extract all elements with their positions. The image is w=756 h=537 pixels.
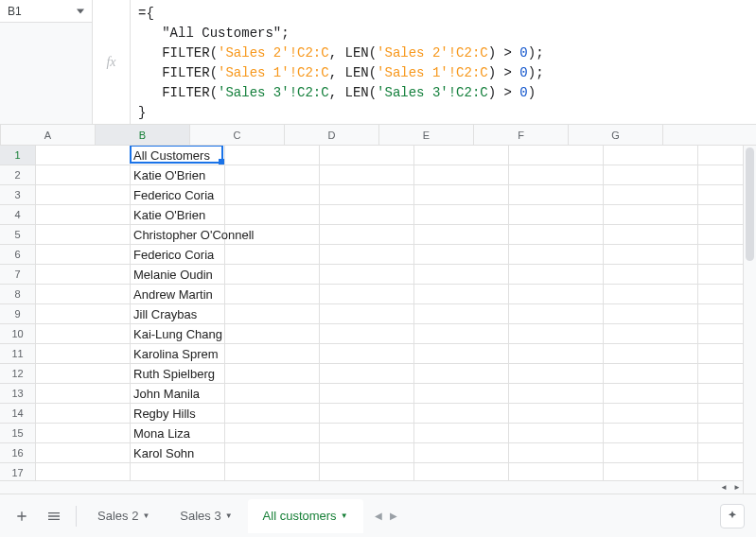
cell-E6[interactable] <box>414 245 509 264</box>
cell-F1[interactable] <box>509 146 604 165</box>
cell-D11[interactable] <box>320 344 414 363</box>
cell-G17[interactable] <box>604 463 698 480</box>
cell-E12[interactable] <box>414 364 509 383</box>
cell-C6[interactable] <box>225 245 320 264</box>
cell-A15[interactable] <box>36 424 131 442</box>
cell-B16[interactable]: Karol Sohn <box>131 443 225 462</box>
cell-C12[interactable] <box>225 364 320 383</box>
cell-B11[interactable]: Karolina Sprem <box>131 344 225 363</box>
cell-G10[interactable] <box>604 324 698 343</box>
row-header-2[interactable]: 2 <box>0 165 36 184</box>
row-header-11[interactable]: 11 <box>0 344 36 363</box>
col-header-A[interactable]: A <box>1 125 96 145</box>
col-header-F[interactable]: F <box>474 125 569 145</box>
cell-A8[interactable] <box>36 285 131 303</box>
cell-C4[interactable] <box>225 205 320 224</box>
row-header-17[interactable]: 17 <box>0 463 36 480</box>
scroll-left-icon[interactable]: ◄ <box>718 482 730 494</box>
cell-F3[interactable] <box>509 185 604 204</box>
cell-G13[interactable] <box>604 384 698 403</box>
cell-A6[interactable] <box>36 245 131 264</box>
row-header-8[interactable]: 8 <box>0 285 36 303</box>
cell-A14[interactable] <box>36 404 131 423</box>
cell-F2[interactable] <box>509 165 604 184</box>
cell-D10[interactable] <box>320 324 414 343</box>
cell-F7[interactable] <box>509 265 604 284</box>
cell-B1[interactable]: All Customers <box>131 146 225 165</box>
chevron-down-icon[interactable]: ▼ <box>142 511 149 520</box>
cell-E2[interactable] <box>414 165 509 184</box>
cell-B8[interactable]: Andrew Martin <box>131 285 225 303</box>
vertical-scrollbar[interactable] <box>743 146 756 494</box>
cell-A4[interactable] <box>36 205 131 224</box>
cell-F16[interactable] <box>509 443 604 462</box>
cell-G1[interactable] <box>604 146 698 165</box>
cell-B14[interactable]: Regby Hills <box>131 404 225 423</box>
cell-D12[interactable] <box>320 364 414 383</box>
cell-B5[interactable]: Christopher O'Connell <box>131 225 225 244</box>
cell-F11[interactable] <box>509 344 604 363</box>
cell-G5[interactable] <box>604 225 698 244</box>
cell-D4[interactable] <box>320 205 414 224</box>
row-header-9[interactable]: 9 <box>0 304 36 323</box>
cell-C1[interactable] <box>225 146 320 165</box>
cell-C15[interactable] <box>225 424 320 442</box>
cell-D14[interactable] <box>320 404 414 423</box>
cell-E4[interactable] <box>414 205 509 224</box>
cell-F5[interactable] <box>509 225 604 244</box>
cell-G3[interactable] <box>604 185 698 204</box>
name-box[interactable]: B1 <box>0 0 93 23</box>
cell-B2[interactable]: Katie O'Brien <box>131 165 225 184</box>
row-header-3[interactable]: 3 <box>0 185 36 204</box>
tab-scroll-left-icon[interactable]: ◀ <box>375 511 382 521</box>
cell-C2[interactable] <box>225 165 320 184</box>
cell-A16[interactable] <box>36 443 131 462</box>
cell-D16[interactable] <box>320 443 414 462</box>
cell-C16[interactable] <box>225 443 320 462</box>
cell-E10[interactable] <box>414 324 509 343</box>
cell-C9[interactable] <box>225 304 320 323</box>
cell-D13[interactable] <box>320 384 414 403</box>
cell-F15[interactable] <box>509 424 604 442</box>
chevron-down-icon[interactable]: ▼ <box>225 511 233 520</box>
row-header-12[interactable]: 12 <box>0 364 36 383</box>
tab-scroll-right-icon[interactable]: ▶ <box>390 511 397 521</box>
cell-A3[interactable] <box>36 185 131 204</box>
cell-B13[interactable]: John Manila <box>131 384 225 403</box>
cell-G16[interactable] <box>604 443 698 462</box>
sheet-tab-sales-2[interactable]: Sales 2▼ <box>82 499 165 533</box>
cell-B10[interactable]: Kai-Lung Chang <box>131 324 225 343</box>
cell-B3[interactable]: Federico Coria <box>131 185 225 204</box>
cell-C11[interactable] <box>225 344 320 363</box>
row-header-13[interactable]: 13 <box>0 384 36 403</box>
cell-D8[interactable] <box>320 285 414 303</box>
cell-B15[interactable]: Mona Liza <box>131 424 225 442</box>
cell-B7[interactable]: Melanie Oudin <box>131 265 225 284</box>
cell-F4[interactable] <box>509 205 604 224</box>
cell-B17[interactable] <box>131 463 225 480</box>
sheet-tab-all-customers[interactable]: All customers▼ <box>248 499 363 533</box>
cell-G4[interactable] <box>604 205 698 224</box>
cell-B4[interactable]: Katie O'Brien <box>131 205 225 224</box>
cell-E16[interactable] <box>414 443 509 462</box>
cell-A17[interactable] <box>36 463 131 480</box>
cell-G8[interactable] <box>604 285 698 303</box>
cell-D3[interactable] <box>320 185 414 204</box>
all-sheets-button[interactable] <box>40 502 68 530</box>
cell-A12[interactable] <box>36 364 131 383</box>
cell-F6[interactable] <box>509 245 604 264</box>
cell-D6[interactable] <box>320 245 414 264</box>
col-header-B[interactable]: B <box>96 125 190 145</box>
cell-A11[interactable] <box>36 344 131 363</box>
row-header-10[interactable]: 10 <box>0 324 36 343</box>
cell-G15[interactable] <box>604 424 698 442</box>
cell-D7[interactable] <box>320 265 414 284</box>
row-header-4[interactable]: 4 <box>0 205 36 224</box>
row-header-1[interactable]: 1 <box>0 146 36 165</box>
chevron-down-icon[interactable]: ▼ <box>341 511 348 520</box>
cell-E9[interactable] <box>414 304 509 323</box>
cell-F12[interactable] <box>509 364 604 383</box>
cell-D9[interactable] <box>320 304 414 323</box>
cell-A10[interactable] <box>36 324 131 343</box>
cell-F8[interactable] <box>509 285 604 303</box>
